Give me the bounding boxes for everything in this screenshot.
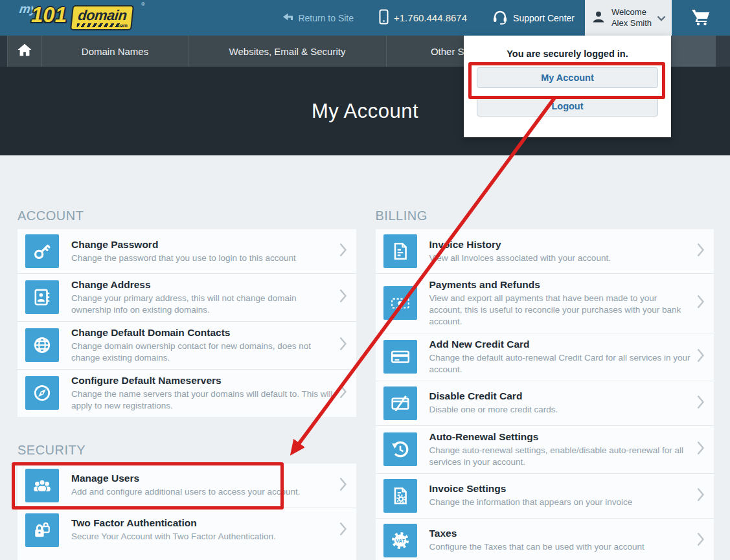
nav-label: Websites, Email & Security [229, 46, 346, 57]
row-desc: Change domain ownership contact for new … [71, 341, 333, 364]
page-title: My Account [312, 100, 418, 123]
page: my 101 domain .com ® Return to Site +1.7… [0, 0, 730, 560]
row-text: Manage Users Add and configure additiona… [71, 473, 333, 498]
account-dropdown: You are securely logged in. My Account L… [464, 36, 671, 137]
headset-icon [492, 9, 508, 27]
credit-card-icon [383, 340, 417, 374]
welcome-line1: Welcome [611, 7, 646, 17]
top-links: Return to Site +1.760.444.8674 Support C… [282, 0, 585, 36]
row-desc: Change the information that appears on y… [429, 497, 691, 508]
chevron-right-icon [339, 385, 347, 401]
row-payments-and-refunds[interactable]: Payments and Refunds View and export all… [376, 273, 714, 333]
nav-right-edge [716, 36, 730, 67]
invoice-icon [383, 234, 417, 268]
row-desc: Change auto-renewal settings, enable/dis… [429, 445, 691, 468]
login-status-text: You are securely logged in. [464, 49, 671, 59]
vat-gear-icon: VAT [383, 524, 417, 557]
nav-label: Domain Names [82, 46, 148, 57]
row-desc: Add and configure additional users to ac… [71, 486, 333, 498]
row-title: Change Default Domain Contacts [71, 327, 333, 339]
row-change-address[interactable]: Change Address Change your primary addre… [17, 273, 356, 321]
row-title: Configure Default Nameservers [71, 375, 333, 386]
two-locks-icon [25, 513, 59, 547]
phone-icon [378, 9, 389, 27]
row-title: Taxes [429, 528, 691, 539]
invoice-gear-icon [383, 479, 417, 513]
nav-edge-strip [0, 36, 7, 67]
row-add-new-credit-card[interactable]: Add New Credit Card Change the default a… [376, 333, 714, 381]
row-desc: Secure Your Account with Two Factor Auth… [71, 531, 333, 543]
logo-tld-text: .com [115, 23, 128, 28]
row-title: Invoice History [429, 239, 691, 251]
user-icon [591, 8, 606, 28]
row-title: Change Password [71, 239, 333, 251]
row-disable-credit-card[interactable]: Disable Credit Card Disable one or more … [376, 381, 714, 425]
row-title: Payments and Refunds [429, 279, 691, 291]
chevron-right-icon [697, 295, 705, 311]
key-icon [25, 234, 59, 268]
section-header-account: ACCOUNT [17, 208, 356, 223]
my-account-button[interactable]: My Account [477, 67, 658, 88]
row-change-default-domain-contacts[interactable]: Change Default Domain Contacts Change do… [17, 321, 356, 369]
row-text: Auto-Renewal Settings Change auto-renewa… [429, 431, 691, 468]
chevron-right-icon [339, 289, 347, 306]
chevron-right-icon [339, 477, 347, 494]
row-text: Invoice Settings Change the information … [429, 483, 691, 508]
logo-registered-mark: ® [141, 1, 145, 7]
row-desc: Change the default auto-renewal Credit C… [429, 352, 691, 375]
account-menu-toggle[interactable]: Welcome Alex Smith [585, 0, 672, 36]
welcome-line2: Alex Smith [611, 18, 652, 28]
row-title: Disable Credit Card [429, 390, 691, 402]
welcome-text: Welcome Alex Smith [611, 7, 652, 28]
row-auto-renewal-settings[interactable]: Auto-Renewal Settings Change auto-renewa… [376, 425, 714, 473]
top-bar: my 101 domain .com ® Return to Site +1.7… [0, 0, 730, 36]
chevron-right-icon [697, 395, 705, 412]
money-bill-icon [383, 286, 417, 320]
history-icon [383, 432, 417, 466]
row-title: Invoice Settings [429, 483, 691, 495]
home-icon [16, 42, 33, 60]
cart-button[interactable] [672, 0, 730, 36]
section-header-security: SECURITY [17, 443, 356, 457]
row-desc: Change your primary address, this will n… [71, 293, 333, 316]
row-two-factor-authentication[interactable]: Two Factor Authentication Secure Your Ac… [17, 508, 356, 552]
cart-icon [690, 7, 712, 29]
account-card: Change Password Change the password that… [17, 229, 356, 417]
row-invoice-history[interactable]: Invoice History View all Invoices associ… [376, 229, 714, 273]
row-text: Taxes Configure the Taxes that can be us… [429, 528, 691, 553]
nav-item-websites-email-security[interactable]: Websites, Email & Security [188, 36, 386, 67]
logo-domain-box: domain .com [70, 5, 134, 30]
billing-card: Invoice History View all Invoices associ… [376, 229, 714, 560]
chevron-right-icon [339, 243, 347, 260]
return-to-site-link[interactable]: Return to Site [282, 11, 354, 25]
row-manage-users[interactable]: Manage Users Add and configure additiona… [17, 464, 356, 508]
logo-101-text: 101 [31, 3, 67, 27]
row-configure-default-nameservers[interactable]: Configure Default Nameservers Change the… [17, 369, 356, 417]
logout-button[interactable]: Logout [477, 96, 658, 117]
row-text: Two Factor Authentication Secure Your Ac… [71, 517, 333, 543]
right-column: BILLING Invoice History View all Invoice… [376, 208, 714, 560]
support-center-link[interactable]: Support Center [492, 9, 575, 27]
nav-home-button[interactable] [7, 36, 41, 67]
security-card: Manage Users Add and configure additiona… [17, 464, 356, 560]
site-logo[interactable]: my 101 domain .com ® [14, 0, 150, 36]
phone-number: +1.760.444.8674 [394, 12, 467, 23]
chevron-right-icon [339, 337, 347, 353]
row-desc: Change the name servers that your domain… [71, 388, 333, 412]
row-title: Auto-Renewal Settings [429, 431, 691, 443]
row-taxes[interactable]: VAT Taxes Configure the Taxes that can b… [376, 518, 714, 560]
nav-right-segment [670, 36, 716, 67]
row-title: Add New Credit Card [429, 339, 691, 350]
phone-link[interactable]: +1.760.444.8674 [378, 9, 467, 27]
row-change-password[interactable]: Change Password Change the password that… [17, 229, 356, 273]
row-text: Invoice History View all Invoices associ… [429, 239, 691, 264]
globe-icon [25, 328, 59, 362]
return-to-site-label: Return to Site [298, 13, 354, 23]
logo-domain-text: domain [77, 7, 128, 23]
row-desc: Change the password that you use to logi… [71, 252, 333, 264]
nav-item-domain-names[interactable]: Domain Names [41, 36, 188, 67]
row-text: Change Default Domain Contacts Change do… [71, 327, 333, 364]
row-invoice-settings[interactable]: Invoice Settings Change the information … [376, 473, 714, 518]
section-header-billing: BILLING [376, 208, 714, 223]
chevron-right-icon [697, 243, 705, 260]
